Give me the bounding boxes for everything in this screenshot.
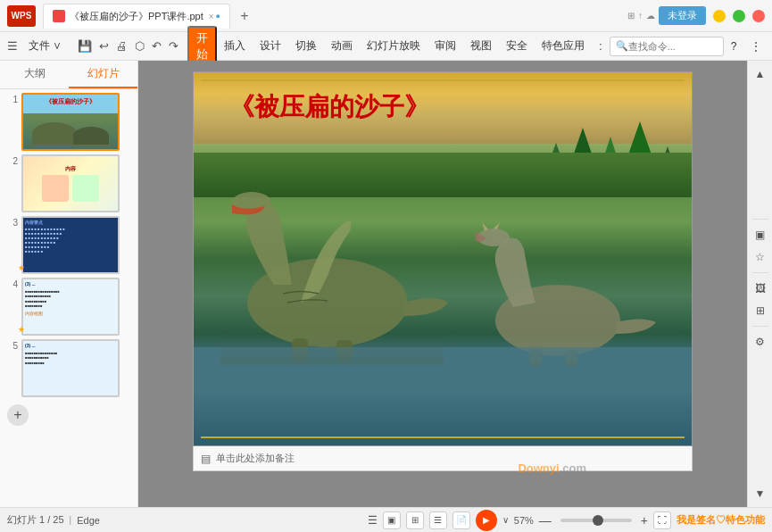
zoom-minus-btn[interactable]: — [539,513,552,528]
left-panel: 大纲 幻灯片 1 《被压扁的沙子》 [0,61,138,507]
watermark: Downyi.com [518,461,586,475]
document-tab[interactable]: 《被压扁的沙子》PPT课件.ppt × ● [43,4,230,29]
toolbar-save-icon[interactable]: 💾 [74,37,95,54]
title-right-controls: ⊞ ↑ ☁ 未登录 [627,6,765,25]
tab-slides[interactable]: 幻灯片 [69,61,137,88]
right-toolbar: ▲ ▣ ☆ 🖼 ⊞ ⚙ ▼ [747,61,772,507]
add-slide-row: + [4,401,134,426]
title-bar: WPS 《被压扁的沙子》PPT课件.ppt × ● + ⊞ ↑ ☁ 未登录 [0,0,772,32]
menu-insert[interactable]: 插入 [217,35,253,57]
slide-preview-2[interactable]: 内容 [21,154,120,212]
status-menu-icon[interactable]: ☰ [368,514,378,527]
search-icon: 🔍 [616,40,628,52]
slide-num-4: 4 [4,279,18,289]
editor-area[interactable]: 《被压扁的沙子》 [138,61,747,507]
toolbar-undo-icon[interactable]: ↶ [148,37,165,54]
slide-star-4: ★ [18,325,25,334]
slides-panel[interactable]: 1 《被压扁的沙子》 2 [0,89,137,507]
login-button[interactable]: 未登录 [659,6,706,25]
slide-top-border [201,79,685,81]
menu-expand2[interactable]: ⋮ [743,37,768,56]
menu-animation[interactable]: 动画 [324,35,360,57]
status-right: ☰ ▣ ⊞ ☰ 📄 ▶ ∨ 57% — + ⛶ 我是签名♡特色功能 [368,510,765,531]
toolbar-redo-icon[interactable]: ↷ [165,37,182,54]
search-box[interactable]: 🔍 [610,37,724,56]
slide-preview-1[interactable]: 《被压扁的沙子》 [21,93,120,151]
slide-thumb-4[interactable]: 4 (3) ... ■■■■■■■■■■■■■■■■■■■■■■■■■■■■■■… [4,278,134,336]
ppt-icon [53,10,65,22]
rt-settings-btn[interactable]: ⚙ [751,332,770,352]
notes-icon: ▤ [201,453,211,465]
slide-background: 《被压扁的沙子》 [194,72,692,445]
rt-image-btn[interactable]: 🖼 [751,278,770,298]
menu-file[interactable]: 文件 ∨ [21,35,69,57]
slide-num-3: 3 [4,218,18,228]
rt-divider2 [752,272,768,273]
view-grid-btn[interactable]: ⊞ [406,511,424,529]
slide-num-2: 2 [4,156,18,166]
tab-modified-dot: ● [216,12,220,21]
slide-num-5: 5 [4,341,18,351]
menu-design[interactable]: 设计 [253,35,288,57]
add-tab-button[interactable]: + [234,5,255,27]
rt-divider1 [752,219,768,220]
rt-scroll-up[interactable]: ▲ [751,64,770,84]
maximize-button[interactable] [733,10,745,22]
slide-canvas[interactable]: 《被压扁的沙子》 [193,71,693,446]
tab-switcher-btn[interactable]: ⊞ [627,11,635,21]
tab-filename: 《被压扁的沙子》PPT课件.ppt [70,10,203,23]
play-dropdown-icon[interactable]: ∨ [502,515,509,525]
left-tab-header: 大纲 幻灯片 [0,61,137,89]
rt-layout-btn[interactable]: ▣ [751,225,770,245]
view-reader-btn[interactable]: 📄 [452,511,470,529]
notes-placeholder: 单击此处添加备注 [216,452,295,465]
menu-special[interactable]: 特色应用 [535,35,592,57]
status-bar: 幻灯片 1 / 25 | Edge ☰ ▣ ⊞ ☰ 📄 ▶ ∨ 57% — + … [0,507,772,532]
share-btn[interactable]: ↑ [638,11,643,21]
zoom-slider[interactable] [560,519,632,522]
toolbar-print-icon[interactable]: 🖨 [112,37,131,54]
menu-more[interactable]: : [592,37,609,56]
rt-star-btn[interactable]: ☆ [751,247,770,267]
rt-link-btn[interactable]: ⊞ [751,301,770,320]
help-icon[interactable]: ? [724,37,744,56]
tab-close-icon[interactable]: × [209,12,214,21]
slide-thumb-1[interactable]: 1 《被压扁的沙子》 [4,93,134,151]
slide-thumb-3[interactable]: 3 内容要点 ■ ■ ■ ■ ■ ■ ■ ■ ■ ■ ■ ■ ■ ■ ■ ■ ■… [4,216,134,274]
menu-view[interactable]: 视图 [463,35,499,57]
tab-outline[interactable]: 大纲 [0,61,69,88]
slide-title: 《被压扁的沙子》 [229,90,429,124]
play-slideshow-btn[interactable]: ▶ [476,510,497,531]
slide-preview-4[interactable]: (3) ... ■■■■■■■■■■■■■■■■■■■■■■■■■■■■■■■■… [21,278,120,336]
view-normal-btn[interactable]: ▣ [383,511,401,529]
slide-thumb-5[interactable]: 5 (3) ... ■■■■■■■■■■■■■■■■■■■■■■■■■■■■■■… [4,339,134,397]
slide-thumb-2[interactable]: 2 内容 [4,154,134,212]
fullscreen-btn[interactable]: ⛶ [653,511,671,529]
zoom-thumb [593,515,603,526]
menu-transition[interactable]: 切换 [288,35,324,57]
add-slide-button[interactable]: + [7,404,29,426]
menu-expand-icon[interactable]: ☰ [4,37,21,54]
search-input[interactable] [628,41,718,52]
zoom-plus-btn[interactable]: + [641,513,648,528]
zoom-level: 57% [514,515,534,526]
bottom-watermark: 我是签名♡特色功能 [677,513,765,527]
slide-preview-3[interactable]: 内容要点 ■ ■ ■ ■ ■ ■ ■ ■ ■ ■ ■ ■ ■ ■ ■ ■ ■ ■… [21,216,120,274]
menu-review[interactable]: 审阅 [428,35,463,57]
toolbar-export-icon[interactable]: ⬡ [131,37,148,54]
slide-info: 幻灯片 1 / 25 [7,513,64,527]
toolbar-undo2-icon[interactable]: ↩ [95,37,112,54]
status-left: 幻灯片 1 / 25 | Edge [7,513,100,527]
minimize-button[interactable] [713,10,726,22]
rt-scroll-down[interactable]: ▼ [751,484,770,503]
close-button[interactable] [752,10,765,22]
main-area: 大纲 幻灯片 1 《被压扁的沙子》 [0,61,772,507]
slide-preview-5[interactable]: (3) ... ■■■■■■■■■■■■■■■■■■■■■■■■■■■■■■■■… [21,339,120,397]
more-btn[interactable]: ☁ [646,11,655,21]
view-label: Edge [77,515,100,526]
menu-slideshow[interactable]: 幻灯片放映 [360,35,428,57]
notes-bar[interactable]: ▤ 单击此处添加备注 [193,446,693,471]
view-outline-btn[interactable]: ☰ [429,511,447,529]
slide-num-1: 1 [4,95,18,104]
menu-security[interactable]: 安全 [499,35,535,57]
